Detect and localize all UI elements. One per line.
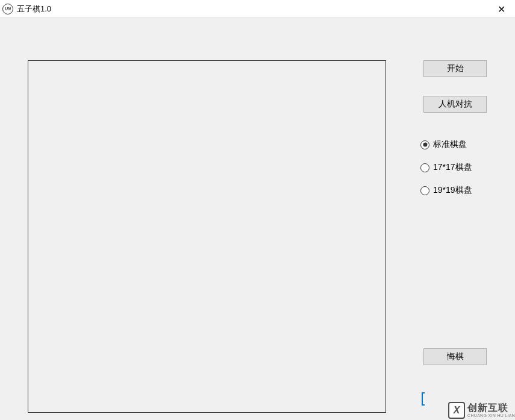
- radio-19-board[interactable]: 19*19棋盘: [420, 185, 472, 196]
- watermark: X 创新互联 CHUANG XIN HU LIAN: [448, 402, 515, 419]
- app-icon: UN: [2, 4, 13, 14]
- client-area: 开始 人机对抗 标准棋盘 17*17棋盘 19*19棋盘 悔棋 X 创新互联 C…: [0, 18, 515, 420]
- watermark-en: CHUANG XIN HU LIAN: [467, 413, 515, 418]
- radio-icon: [420, 186, 429, 195]
- watermark-cn: 创新互联: [467, 403, 515, 413]
- close-icon: ✕: [498, 4, 505, 15]
- mode-button[interactable]: 人机对抗: [423, 96, 487, 113]
- game-board[interactable]: [28, 60, 386, 413]
- radio-icon: [420, 140, 429, 149]
- titlebar: UN 五子棋1.0 ✕: [0, 0, 515, 18]
- radio-label: 标准棋盘: [433, 139, 467, 150]
- close-button[interactable]: ✕: [487, 0, 515, 18]
- undo-button[interactable]: 悔棋: [423, 348, 487, 365]
- start-button[interactable]: 开始: [423, 60, 487, 77]
- board-size-group: 标准棋盘 17*17棋盘 19*19棋盘: [420, 139, 472, 196]
- window-title: 五子棋1.0: [17, 4, 51, 14]
- watermark-icon: X: [448, 402, 465, 419]
- radio-17-board[interactable]: 17*17棋盘: [420, 162, 472, 173]
- watermark-text: 创新互联 CHUANG XIN HU LIAN: [467, 403, 515, 418]
- radio-standard-board[interactable]: 标准棋盘: [420, 139, 472, 150]
- bracket-mark: [422, 392, 425, 406]
- radio-label: 17*17棋盘: [433, 162, 472, 173]
- radio-icon: [420, 163, 429, 172]
- radio-label: 19*19棋盘: [433, 185, 472, 196]
